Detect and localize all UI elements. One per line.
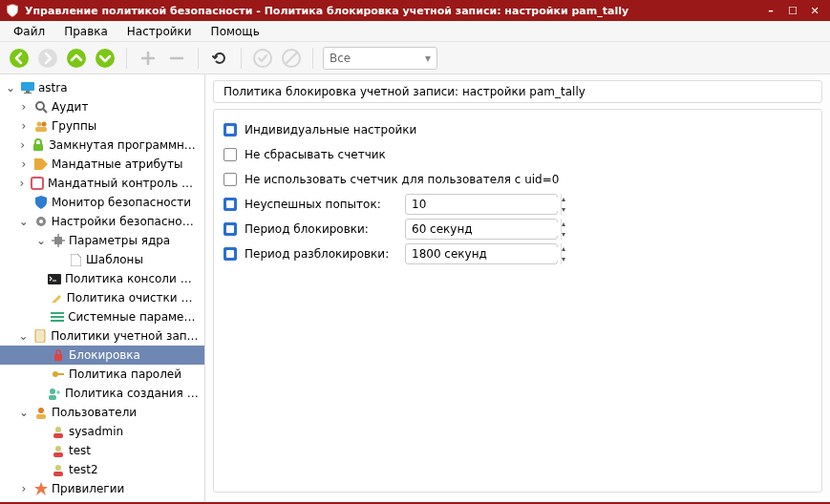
menu-settings[interactable]: Настройки: [119, 23, 200, 40]
svg-rect-29: [36, 414, 46, 419]
user-icon: [51, 462, 66, 477]
svg-point-34: [55, 465, 61, 471]
tree-item-system-params[interactable]: › Системные параметры: [0, 307, 204, 326]
svg-point-4: [254, 50, 271, 67]
tree-item-user[interactable]: › test: [0, 441, 204, 460]
chevron-down-icon: ⌄: [34, 234, 48, 247]
tree-item-monitor[interactable]: › Монитор безопасности: [0, 193, 204, 212]
svg-point-0: [10, 49, 29, 68]
tree-item-audit[interactable]: › Аудит: [0, 97, 204, 116]
step-up-icon[interactable]: ▴: [562, 194, 565, 204]
filter-select-label: Все: [330, 52, 351, 65]
back-button[interactable]: [8, 47, 31, 70]
unlock-spinner[interactable]: ▴▾: [405, 243, 558, 264]
apply-button[interactable]: [251, 47, 274, 70]
lock-input[interactable]: [406, 222, 561, 236]
svg-rect-13: [33, 144, 43, 151]
up-button[interactable]: [65, 47, 88, 70]
svg-rect-27: [49, 395, 56, 400]
tree-item-console-policy[interactable]: › Политика консоли и интерпр...: [0, 269, 204, 288]
tree-item-mand-integrity[interactable]: › Мандатный контроль целостности: [0, 174, 204, 193]
chevron-right-icon: ›: [17, 482, 31, 495]
lock-icon: [31, 137, 46, 153]
svg-point-28: [38, 408, 44, 413]
shield-icon: [6, 4, 19, 17]
tree-item-sec-settings[interactable]: ⌄ Настройки безопасности: [0, 212, 204, 231]
svg-rect-33: [53, 452, 63, 457]
tree-label: sysadmin: [69, 425, 123, 438]
sliders-icon: [50, 309, 65, 325]
tree-item-user-create[interactable]: › Политика создания пользова...: [0, 384, 204, 403]
close-button[interactable]: ✕: [805, 3, 824, 18]
window-title: Управление политикой безопасности - Поли…: [25, 5, 628, 17]
chevron-right-icon: ›: [17, 158, 31, 171]
tree-item-user[interactable]: › test2: [0, 460, 204, 479]
maximize-button[interactable]: ☐: [783, 3, 802, 18]
svg-point-2: [67, 49, 86, 68]
chevron-right-icon: ›: [17, 119, 31, 133]
checkbox-fails[interactable]: [223, 198, 237, 211]
tree-item-templates[interactable]: › Шаблоны: [0, 250, 204, 269]
add-button[interactable]: [137, 47, 160, 70]
svg-rect-18: [48, 274, 61, 284]
fails-input[interactable]: [406, 198, 561, 211]
star-icon: [33, 481, 49, 496]
tree-item-users[interactable]: ⌄ Пользователи: [0, 403, 204, 422]
tree-view[interactable]: ⌄ astra › Аудит › Группы › Замкнутая про…: [0, 74, 205, 502]
step-down-icon[interactable]: ▾: [562, 229, 565, 240]
tree-label: Пользователи: [52, 406, 137, 419]
checkbox-uid0[interactable]: [223, 173, 237, 186]
remove-button[interactable]: [165, 47, 188, 70]
forward-button[interactable]: [36, 47, 59, 70]
tree-label: Политика консоли и интерпр...: [65, 272, 199, 285]
tree-label: Монитор безопасности: [52, 196, 191, 209]
chevron-down-icon: ⌄: [17, 329, 30, 343]
refresh-button[interactable]: [208, 47, 231, 70]
menu-edit[interactable]: Правка: [56, 23, 116, 40]
tree-item-closed-env[interactable]: › Замкнутая программная среда: [0, 136, 204, 155]
gear-icon: [33, 214, 49, 229]
tree-item-privileges[interactable]: › Привилегии: [0, 479, 204, 498]
menu-help[interactable]: Помощь: [203, 23, 267, 40]
svg-point-10: [37, 122, 42, 127]
window-titlebar: Управление политикой безопасности - Поли…: [0, 0, 830, 21]
step-down-icon[interactable]: ▾: [562, 254, 565, 264]
checkbox-lock[interactable]: [223, 222, 237, 236]
tree-item-user[interactable]: › sysadmin: [0, 422, 204, 441]
step-up-icon[interactable]: ▴: [562, 243, 565, 254]
page-title: Политика блокировка учетной записи: наст…: [213, 80, 822, 103]
tree-item-lock[interactable]: › Блокировка: [0, 346, 204, 365]
step-up-icon[interactable]: ▴: [562, 219, 565, 229]
tree-item-mand-attrs[interactable]: › Мандатные атрибуты: [0, 155, 204, 174]
tree-label: Шаблоны: [86, 253, 143, 266]
checkbox-individual[interactable]: [223, 123, 237, 136]
tree-item-groups[interactable]: › Группы: [0, 116, 204, 136]
tree-root[interactable]: ⌄ astra: [0, 78, 204, 97]
tree-item-passwords[interactable]: › Политика паролей: [0, 365, 204, 384]
cancel-button[interactable]: [280, 47, 303, 70]
checkbox-noreset[interactable]: [223, 148, 237, 161]
tree-label: Блокировка: [69, 348, 140, 362]
step-down-icon[interactable]: ▾: [562, 204, 565, 215]
lock-spinner[interactable]: ▴▾: [405, 219, 558, 240]
tree-label: Настройки безопасности: [52, 215, 199, 228]
tree-item-kernel[interactable]: ⌄ Параметры ядра: [0, 231, 204, 250]
unlock-input[interactable]: [406, 247, 561, 261]
scroll-icon: [32, 328, 48, 344]
user-icon: [51, 424, 66, 439]
broom-icon: [49, 290, 64, 305]
down-button[interactable]: [94, 47, 117, 70]
filter-select[interactable]: Все ▾: [323, 47, 437, 70]
tree-item-memory-policy[interactable]: › Политика очистки памяти: [0, 288, 204, 307]
checkbox-unlock[interactable]: [223, 247, 237, 261]
tree-label: Группы: [52, 119, 96, 133]
tree-item-account-policies[interactable]: ⌄ Политики учетной записи: [0, 326, 204, 346]
svg-rect-23: [54, 354, 62, 361]
chevron-right-icon: ›: [17, 177, 27, 190]
svg-point-9: [36, 102, 44, 110]
fails-spinner[interactable]: ▴▾: [405, 194, 558, 215]
menu-file[interactable]: Файл: [6, 23, 53, 40]
tree-label: Системные параметры: [68, 310, 199, 324]
minimize-button[interactable]: –: [761, 3, 780, 18]
file-icon: [68, 252, 83, 267]
